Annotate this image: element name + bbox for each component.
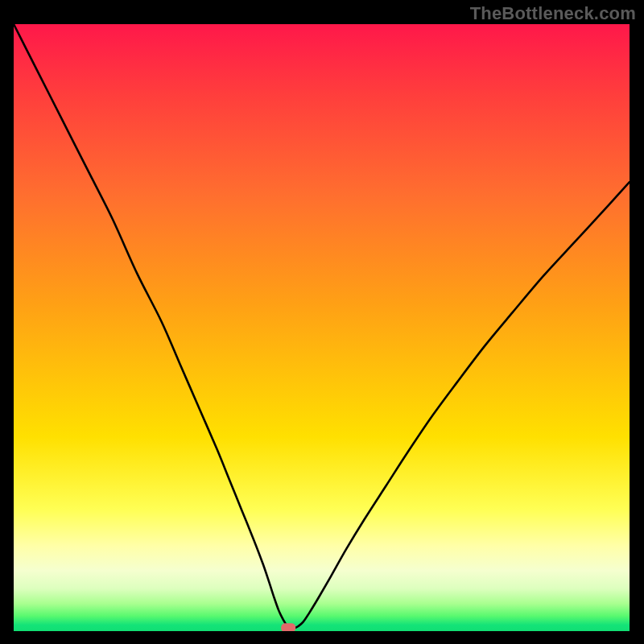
bottleneck-curve bbox=[14, 24, 630, 628]
chart-frame: TheBottleneck.com bbox=[0, 0, 644, 644]
watermark-text: TheBottleneck.com bbox=[470, 3, 636, 24]
plot-area bbox=[14, 24, 630, 631]
optimal-point-marker bbox=[281, 623, 295, 631]
chart-svg bbox=[14, 24, 630, 631]
